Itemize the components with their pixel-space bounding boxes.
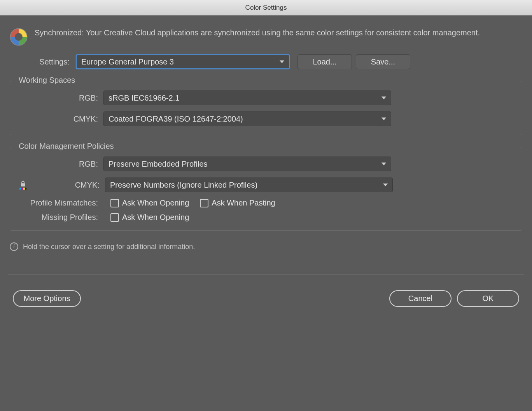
info-row: i Hold the cursor over a setting for add…	[10, 242, 522, 251]
ask-when-pasting-label: Ask When Pasting	[212, 199, 275, 207]
sync-icon	[10, 28, 28, 46]
settings-row: Settings: Europe General Purpose 3 Load.…	[10, 54, 522, 69]
chevron-down-icon	[382, 163, 386, 165]
ws-rgb-row: RGB: sRGB IEC61966-2.1	[18, 91, 514, 105]
pol-cmyk-label: CMYK:	[33, 181, 101, 190]
ws-rgb-label: RGB:	[18, 94, 100, 103]
ws-cmyk-row: CMYK: Coated FOGRA39 (ISO 12647-2:2004)	[18, 111, 514, 126]
ws-cmyk-label: CMYK:	[18, 115, 100, 124]
svg-point-1	[15, 33, 23, 41]
working-spaces-group: Working Spaces RGB: sRGB IEC61966-2.1 CM…	[10, 81, 522, 135]
missing-profiles-label: Missing Profiles:	[18, 213, 100, 222]
cancel-button[interactable]: Cancel	[389, 290, 452, 307]
lock-icon	[20, 181, 26, 187]
info-icon: i	[10, 242, 18, 251]
dialog-content: Synchronized: Your Creative Cloud applic…	[0, 16, 532, 315]
divider	[8, 274, 524, 275]
svg-rect-2	[21, 183, 25, 186]
ws-rgb-value: sRGB IEC61966-2.1	[108, 94, 179, 103]
pol-rgb-label: RGB:	[18, 160, 100, 169]
pol-cmyk-value: Preserve Numbers (Ignore Linked Profiles…	[110, 181, 257, 190]
info-text: Hold the cursor over a setting for addit…	[23, 243, 195, 251]
chevron-down-icon	[280, 61, 284, 63]
ask-when-opening-mismatch-label: Ask When Opening	[122, 199, 189, 207]
pol-cmyk-row: CMYK: Preserve Numbers (Ignore Linked Pr…	[18, 178, 514, 192]
settings-label: Settings:	[37, 57, 72, 66]
working-spaces-legend: Working Spaces	[16, 76, 78, 85]
ask-when-opening-missing-label: Ask When Opening	[122, 213, 189, 222]
ok-button[interactable]: OK	[457, 290, 519, 307]
window-title: Color Settings	[245, 4, 287, 12]
profile-mismatches-row: Profile Mismatches: Ask When Opening Ask…	[18, 199, 514, 207]
more-options-button[interactable]: More Options	[13, 290, 81, 307]
sync-status-row: Synchronized: Your Creative Cloud applic…	[10, 27, 522, 46]
policies-group: Color Management Policies RGB: Preserve …	[10, 147, 522, 231]
pol-rgb-row: RGB: Preserve Embedded Profiles	[18, 157, 514, 171]
settings-select[interactable]: Europe General Purpose 3	[76, 54, 290, 69]
pol-cmyk-select[interactable]: Preserve Numbers (Ignore Linked Profiles…	[105, 178, 393, 192]
chevron-down-icon	[382, 97, 386, 99]
sync-message: Synchronized: Your Creative Cloud applic…	[35, 27, 480, 38]
settings-select-value: Europe General Purpose 3	[81, 57, 174, 66]
load-button[interactable]: Load...	[298, 54, 352, 69]
ask-when-pasting-checkbox[interactable]	[200, 199, 208, 207]
save-button[interactable]: Save...	[356, 54, 410, 69]
ask-when-opening-mismatch-checkbox[interactable]	[110, 199, 119, 207]
ws-cmyk-select[interactable]: Coated FOGRA39 (ISO 12647-2:2004)	[103, 111, 391, 126]
footer: More Options Cancel OK	[10, 290, 522, 307]
policies-legend: Color Management Policies	[16, 142, 117, 151]
pol-rgb-select[interactable]: Preserve Embedded Profiles	[103, 157, 391, 171]
profile-mismatches-label: Profile Mismatches:	[18, 199, 100, 207]
ws-rgb-select[interactable]: sRGB IEC61966-2.1	[103, 91, 391, 105]
cmyk-strip-icon	[19, 188, 26, 190]
titlebar: Color Settings	[0, 0, 532, 16]
ask-when-opening-missing-checkbox[interactable]	[110, 213, 119, 222]
pol-rgb-value: Preserve Embedded Profiles	[108, 160, 208, 169]
missing-profiles-row: Missing Profiles: Ask When Opening	[18, 213, 514, 222]
ws-cmyk-value: Coated FOGRA39 (ISO 12647-2:2004)	[108, 115, 243, 124]
chevron-down-icon	[382, 118, 386, 120]
chevron-down-icon	[383, 184, 388, 186]
